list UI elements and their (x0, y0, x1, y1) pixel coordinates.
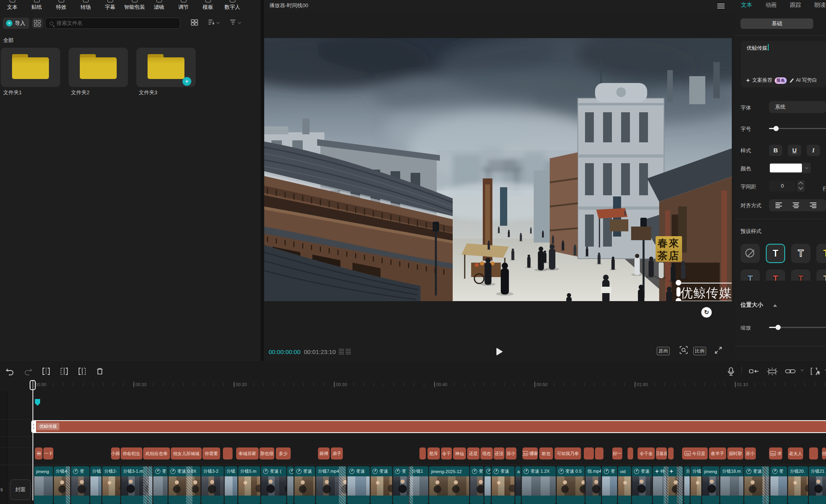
video-clip[interactable]: 分镜18.m (720, 466, 743, 504)
preset-style[interactable]: T (816, 269, 826, 281)
view-grid-icon[interactable] (191, 19, 198, 27)
text-content-input[interactable]: 优鲸传媒 文案推荐 限免 AI 写旁白 (741, 41, 826, 87)
video-clip[interactable]: 变 (153, 466, 168, 504)
ratio-button[interactable]: 比例 (693, 347, 706, 355)
menu-item-7[interactable]: 滤镜 (147, 0, 171, 12)
transition-marker[interactable] (409, 466, 413, 504)
position-size-section[interactable]: 位置大小 (741, 302, 763, 309)
transition-marker[interactable] (664, 466, 668, 504)
caption-clip[interactable]: 小师 (111, 447, 120, 459)
caption-clip[interactable] (628, 447, 633, 459)
menu-item-10[interactable]: 数字人 (220, 0, 245, 12)
cursor-mode-icon[interactable] (811, 367, 820, 377)
video-clip[interactable]: 变 (602, 466, 617, 504)
video-clip[interactable]: 变速 (492, 466, 514, 504)
caption-clip[interactable]: 他女儿苏倾城 (171, 447, 202, 459)
playhead-handle[interactable] (30, 380, 36, 390)
align-right-button[interactable] (810, 202, 816, 208)
snap-icon[interactable] (749, 367, 759, 377)
video-clip[interactable]: 变速 (632, 466, 652, 504)
caption-clip[interactable]: 好一 (612, 447, 622, 459)
video-clip[interactable]: jimeng (34, 466, 53, 504)
folder-tile[interactable] (69, 48, 128, 87)
video-clip[interactable] (484, 466, 491, 504)
caption-clip[interactable]: 可知我乃奉 (555, 447, 581, 459)
cover-button[interactable]: 封面 (10, 480, 31, 500)
preset-style[interactable]: T (741, 269, 760, 281)
import-button[interactable]: + 导入 (3, 18, 29, 29)
ai-write-button[interactable]: AI 写旁白 (796, 77, 817, 84)
video-clip[interactable]: 变速 1.2X (522, 466, 556, 504)
preset-style[interactable]: T (791, 269, 810, 281)
video-clip[interactable]: 分镜2- (102, 466, 120, 504)
cursor-chevron[interactable] (825, 368, 826, 371)
video-clip[interactable]: 变速 0.5 (557, 466, 585, 504)
transition-marker[interactable] (186, 466, 192, 504)
video-clip[interactable]: 分镜21 (809, 466, 826, 504)
transition-marker[interactable] (677, 466, 682, 504)
caption-clip[interactable]: 师傅 (318, 447, 330, 459)
video-clip[interactable] (667, 466, 678, 504)
rotate-handle[interactable]: ↻ (701, 307, 712, 318)
caption-clip[interactable]: 奉城苏家 (236, 447, 259, 459)
sort-button[interactable] (208, 19, 219, 26)
bold-button[interactable]: B (769, 145, 782, 156)
main-text-clip[interactable]: 优鲸传媒 (31, 420, 826, 433)
caption-clip[interactable]: 届时那 (727, 447, 743, 459)
align-center-button[interactable] (793, 202, 799, 208)
font-select[interactable]: 系统 (769, 101, 826, 113)
menu-item-5[interactable]: 字幕 (98, 0, 122, 12)
video-clip[interactable]: jimeng-2025-12 (429, 466, 469, 504)
zoom-fit-icon[interactable] (680, 346, 688, 356)
size-slider[interactable] (769, 128, 826, 129)
caption-clip[interactable] (809, 447, 818, 459)
caption-clip[interactable]: 令千金 (638, 447, 655, 459)
media-grid-button[interactable] (32, 18, 43, 28)
italic-button[interactable]: I (807, 145, 820, 156)
video-clip[interactable] (287, 466, 294, 504)
menu-item-3[interactable]: 特效 (49, 0, 73, 12)
split-button[interactable] (42, 367, 51, 377)
video-clip[interactable]: 分镜20. (788, 466, 808, 504)
video-clip[interactable]: 变 (470, 466, 484, 504)
menu-item-2[interactable]: 贴纸 (24, 0, 49, 12)
caption-clip[interactable]: 日落苏 (656, 447, 667, 459)
video-clip[interactable]: 分镜2 (90, 466, 101, 504)
caption-clip[interactable]: 你命犯生 (121, 447, 142, 459)
size-slider-knob[interactable] (773, 126, 779, 131)
delete-right-button[interactable] (78, 367, 87, 377)
video-clip[interactable]: 分镜3-2 (201, 466, 224, 504)
auto-cut-icon[interactable] (767, 367, 778, 377)
video-clip[interactable]: 分 (684, 466, 690, 504)
caption-clip[interactable] (584, 447, 594, 459)
redo-button[interactable] (24, 367, 32, 377)
caption-clip[interactable] (668, 447, 674, 459)
transition-marker[interactable] (762, 466, 769, 504)
caption-clip[interactable]: 敢在 (539, 447, 553, 459)
video-clip[interactable]: 变 (71, 466, 89, 504)
all-filter-label[interactable]: 全部 (3, 37, 14, 44)
caption-clip[interactable]: 还没 (494, 447, 504, 459)
caption-clip[interactable] (595, 447, 603, 459)
preset-none[interactable] (741, 244, 760, 263)
panel-tab-动画[interactable]: 动画 (765, 2, 777, 9)
link-chevron[interactable] (801, 368, 804, 371)
marker-pin[interactable] (35, 399, 40, 406)
menu-item-6[interactable]: 智能包装 (122, 0, 147, 12)
video-clip[interactable]: 变速 (347, 466, 370, 504)
caption-clip[interactable]: 夜半子 (709, 447, 726, 459)
video-clip[interactable]: 变速 ( (261, 466, 286, 504)
menu-item-4[interactable]: 转场 (73, 0, 98, 12)
menu-icon[interactable] (717, 4, 725, 8)
caption-clip[interactable] (419, 447, 426, 459)
caption-clip[interactable]: 苏小 (506, 447, 516, 459)
video-clip[interactable]: 分镜5.m (238, 466, 260, 504)
video-clip[interactable]: 变 (770, 466, 787, 504)
copy-suggest-button[interactable]: 文案推荐 (752, 77, 772, 84)
basic-tab[interactable]: 基础 (741, 18, 813, 29)
delete-left-button[interactable] (60, 367, 69, 377)
spacing-stepper[interactable] (797, 180, 805, 192)
video-clip[interactable]: 变速 0.8X (168, 466, 200, 504)
selection-handle-topleft[interactable] (676, 280, 681, 285)
caption-clip[interactable]: 弟子 (331, 447, 343, 459)
